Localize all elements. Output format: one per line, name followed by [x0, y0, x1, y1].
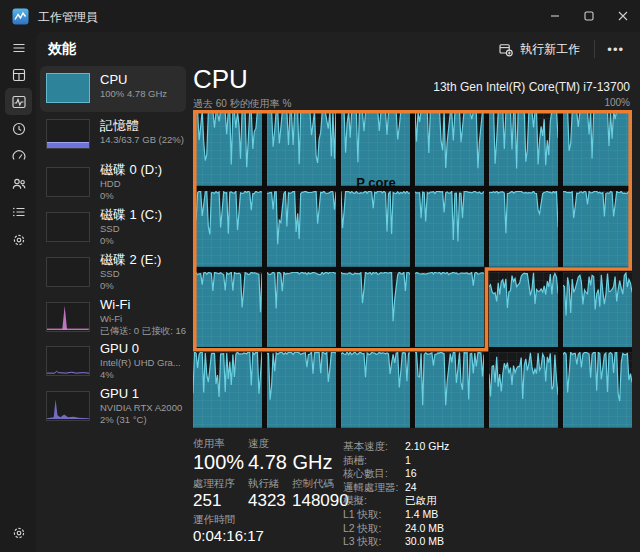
close-button[interactable]: [606, 0, 640, 32]
cpu-core-graph: [341, 191, 410, 267]
processes-icon: [11, 67, 27, 83]
cpu-core-graph: [489, 110, 558, 186]
disk1-thumbnail: [46, 212, 90, 242]
sidebar-item-title: CPU: [100, 72, 186, 88]
sidebar-item-cpu[interactable]: CPU 100% 4.78 GHz: [40, 66, 186, 112]
maximize-icon: [581, 8, 597, 24]
spec-value: 2.10 GHz: [405, 440, 449, 454]
hamburger-icon: [11, 40, 27, 56]
spec-value: 1.4 MB: [405, 508, 438, 522]
window-title: 工作管理員: [38, 9, 98, 26]
sidebar-item-disk0[interactable]: 磁碟 0 (D:) HDD 0%: [40, 160, 186, 204]
titlebar: 工作管理員: [0, 0, 640, 32]
performance-icon: [11, 94, 27, 110]
spec-value: 1: [405, 454, 411, 468]
sidebar-item-sub: NVIDIA RTX A2000: [100, 402, 186, 414]
nav-startup-apps[interactable]: [5, 142, 32, 169]
wifi-spark: [47, 303, 89, 331]
sidebar-item-sub: HDD: [100, 178, 186, 190]
cpu-core-graph: [563, 272, 632, 348]
minimize-button[interactable]: [538, 0, 572, 32]
content-panel: 效能 執行新工作 ••• CPU 100% 4.78 GHz 記憶體: [36, 32, 640, 552]
sidebar-item-gpu1[interactable]: GPU 1 NVIDIA RTX A2000 2% (31 °C): [40, 384, 186, 428]
sidebar-item-disk2[interactable]: 磁碟 2 (E:) SSD 0%: [40, 250, 186, 294]
sidebar-item-sub: 14.3/63.7 GB (22%): [100, 134, 186, 146]
sidebar-item-title: 磁碟 2 (E:): [100, 252, 186, 268]
spec-label: 基本速度:: [343, 440, 405, 454]
spec-row: 核心數目:16: [343, 467, 449, 481]
stat-label-utilization: 使用率: [193, 437, 244, 450]
sidebar-item-disk1[interactable]: 磁碟 1 (C:) SSD 0%: [40, 205, 186, 249]
nav-processes[interactable]: [5, 61, 32, 88]
nav-rail: [0, 32, 36, 552]
disk2-thumbnail: [46, 257, 90, 287]
cpu-core-graph: [563, 191, 632, 267]
gpu0-spark: [47, 347, 89, 375]
sidebar-item-wifi[interactable]: Wi-Fi Wi-Fi 已傳送: 0 已接收: 16.0 l: [40, 295, 186, 339]
cpu-core-graph: [415, 110, 484, 186]
spec-label: L1 快取:: [343, 508, 405, 522]
stat-label-speed: 速度: [248, 437, 332, 450]
sidebar-item-sub: 100% 4.78 GHz: [100, 88, 186, 100]
sidebar-item-sub2: 0%: [100, 190, 186, 202]
sidebar-item-gpu0[interactable]: GPU 0 Intel(R) UHD Gra... 4%: [40, 339, 186, 383]
run-new-task-button[interactable]: 執行新工作: [488, 36, 590, 63]
nav-details[interactable]: [5, 198, 32, 225]
cpu-core-graph: [193, 191, 262, 267]
sidebar-item-memory[interactable]: 記憶體 14.3/63.7 GB (22%): [40, 116, 186, 158]
nav-users[interactable]: [5, 170, 32, 197]
disk0-thumbnail: [46, 167, 90, 197]
cpu-stats: 使用率 100% 速度 4.78 GHz 處理程序 251 執行緒 4323 控…: [193, 437, 638, 550]
spec-label: L2 快取:: [343, 522, 405, 536]
stat-value-utilization: 100%: [193, 450, 244, 474]
spec-label: 邏輯處理器:: [343, 481, 405, 495]
sidebar-item-title: Wi-Fi: [100, 297, 186, 313]
sidebar-item-sub2: 0%: [100, 280, 186, 292]
stat-label-processes: 處理程序: [193, 477, 235, 490]
sidebar-item-sub: Wi-Fi: [100, 313, 186, 325]
sidebar-item-sub2: 已傳送: 0 已接收: 16.0 l: [100, 325, 186, 337]
cpu-core-graph: [415, 352, 484, 428]
settings-gear-icon: [11, 525, 27, 541]
spec-value: 已啟用: [405, 494, 437, 508]
spec-row: 基本速度:2.10 GHz: [343, 440, 449, 454]
close-icon: [615, 8, 631, 24]
performance-sidebar: CPU 100% 4.78 GHz 記憶體 14.3/63.7 GB (22%)…: [40, 66, 190, 552]
spec-label: 核心數目:: [343, 467, 405, 481]
spec-row: 模擬:已啟用: [343, 494, 449, 508]
wifi-thumbnail: [46, 302, 90, 332]
cpu-panel: CPU 13th Gen Intel(R) Core(TM) i7-13700 …: [190, 66, 640, 552]
cpu-core-graph: [415, 191, 484, 267]
cpu-thumbnail: [46, 73, 90, 103]
spec-value: 16: [405, 467, 417, 481]
cpu-core-graph: [489, 191, 558, 267]
menu-button[interactable]: [5, 34, 32, 61]
users-icon: [11, 176, 27, 192]
stat-label-handles: 控制代碼: [292, 477, 349, 490]
minimize-icon: [547, 8, 563, 24]
cpu-core-graph: [267, 272, 336, 348]
sidebar-item-sub2: 2% (31 °C): [100, 414, 186, 426]
nav-app-history[interactable]: [5, 115, 32, 142]
sidebar-item-title: GPU 1: [100, 386, 186, 402]
nav-services[interactable]: [5, 226, 32, 253]
app-icon-task-manager: [12, 8, 29, 25]
settings-button[interactable]: [5, 519, 32, 546]
cpu-core-grid: [193, 110, 632, 428]
run-new-task-label: 執行新工作: [520, 41, 580, 58]
stat-label-threads: 執行緒: [248, 477, 286, 490]
nav-performance[interactable]: [5, 88, 32, 115]
spec-row: L2 快取:24.0 MB: [343, 522, 449, 536]
cpu-core-graph: [415, 272, 484, 348]
gpu1-spark: [47, 392, 89, 420]
maximize-button[interactable]: [572, 0, 606, 32]
spec-row: 插槽:1: [343, 454, 449, 468]
more-options-button[interactable]: •••: [599, 38, 632, 61]
sidebar-item-sub: SSD: [100, 268, 186, 280]
p-core-annotation-label: P core: [356, 175, 396, 190]
gpu0-thumbnail: [46, 346, 90, 376]
memory-usage-bar: [47, 142, 89, 148]
cpu-core-graph: [341, 352, 410, 428]
spec-value: 24.0 MB: [405, 522, 444, 536]
cpu-core-graph: [193, 352, 262, 428]
